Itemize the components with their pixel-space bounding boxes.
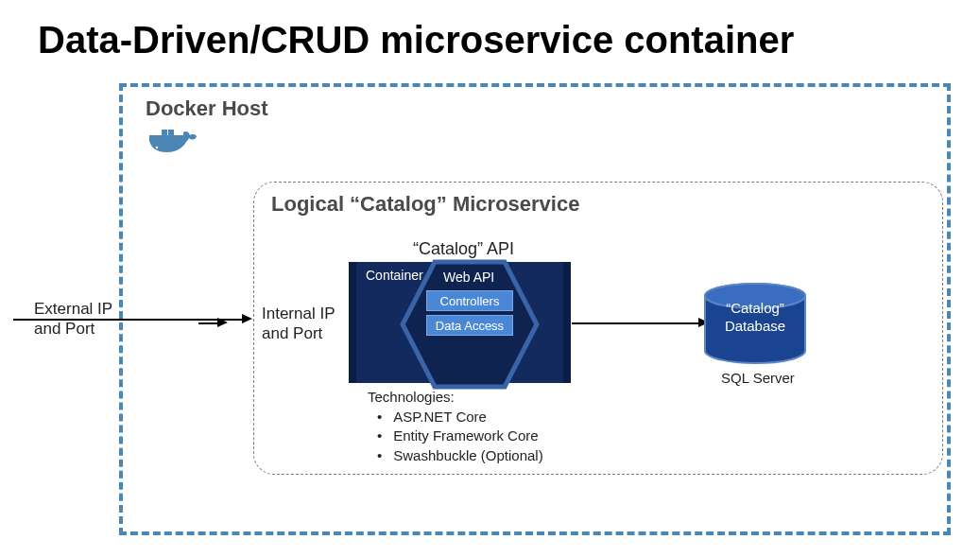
internal-ip-label: Internal IP and Port xyxy=(262,304,335,344)
list-item: Swashbuckle (Optional) xyxy=(377,446,543,465)
svg-rect-4 xyxy=(168,130,174,135)
arrowhead-internal xyxy=(217,318,228,327)
database-label: “Catalog” Database xyxy=(705,300,805,336)
technologies-header: Technologies: xyxy=(368,389,455,405)
arrow-internal xyxy=(198,322,219,324)
svg-rect-3 xyxy=(162,130,167,135)
logical-ms-label: Logical “Catalog” Microservice xyxy=(271,192,579,217)
page-title: Data-Driven/CRUD microservice container xyxy=(38,19,794,61)
list-item: Entity Framework Core xyxy=(377,426,543,445)
technologies-list: ASP.NET Core Entity Framework Core Swash… xyxy=(377,408,543,465)
docker-logo-icon xyxy=(149,127,202,168)
docker-host-box: Docker Host Logical “Catalog” Microservi… xyxy=(119,83,951,535)
arrow-to-db xyxy=(572,322,700,324)
sql-server-label: SQL Server xyxy=(721,370,795,386)
docker-host-label: Docker Host xyxy=(146,96,268,121)
webapi-label: Web API xyxy=(443,270,494,285)
dataaccess-box: Data Access xyxy=(426,315,513,336)
logical-microservice-box: Logical “Catalog” Microservice Internal … xyxy=(253,182,943,475)
svg-point-5 xyxy=(156,147,158,148)
controllers-box: Controllers xyxy=(426,290,513,311)
list-item: ASP.NET Core xyxy=(377,408,543,426)
